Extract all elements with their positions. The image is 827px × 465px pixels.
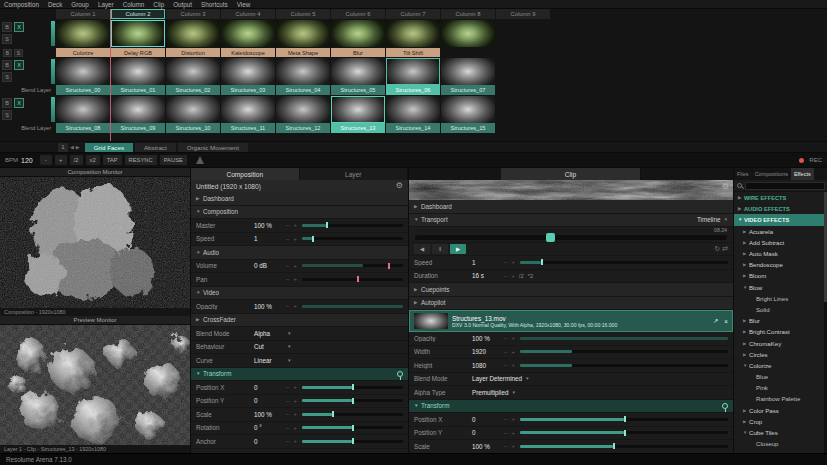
column-header[interactable]: Column 5 xyxy=(276,9,330,19)
clip-name-label[interactable]: Structures_02 xyxy=(166,85,220,95)
tab-composition[interactable]: Composition xyxy=(191,168,300,180)
param-decrement[interactable]: − xyxy=(504,430,507,436)
effect-item[interactable]: ▶Bloom xyxy=(734,270,827,281)
param-increment[interactable]: + xyxy=(293,303,296,309)
tap-button[interactable]: TAP xyxy=(103,155,122,165)
metronome-icon[interactable] xyxy=(196,156,204,164)
clip-scale-slider[interactable] xyxy=(520,445,728,448)
param-increment[interactable]: + xyxy=(293,384,296,390)
effect-item[interactable]: ▶Auto Mask xyxy=(734,248,827,259)
clip-thumbnail[interactable] xyxy=(441,20,495,47)
layer-bypass-button[interactable]: B xyxy=(3,49,12,57)
clip-thumbnail[interactable] xyxy=(56,96,110,123)
param-decrement[interactable]: − xyxy=(286,236,289,242)
menu-clip[interactable]: Clip xyxy=(153,1,164,8)
clip-thumbnail[interactable] xyxy=(331,58,385,85)
layer-bypass-button[interactable]: B xyxy=(2,60,12,70)
menu-shortcuts[interactable]: Shortcuts xyxy=(201,1,228,8)
effect-clip[interactable]: Distortion xyxy=(166,48,220,57)
clip-thumbnail[interactable] xyxy=(331,20,385,47)
column-header[interactable]: Column 8 xyxy=(441,9,495,19)
layer-clear-button[interactable]: X xyxy=(14,98,24,108)
param-value[interactable]: 0 xyxy=(472,416,502,423)
param-increment[interactable]: + xyxy=(293,398,296,404)
play-backwards-button[interactable]: ◀ xyxy=(414,244,430,254)
clip-name-label-selected[interactable]: Structures_13 xyxy=(331,123,385,133)
param-value[interactable]: 100 % xyxy=(472,443,502,450)
clip-thumbnail[interactable] xyxy=(386,96,440,123)
param-value[interactable]: 1 xyxy=(254,235,284,242)
clip-position-y-slider[interactable] xyxy=(520,431,728,434)
clip-name-label[interactable]: Structures_07 xyxy=(441,85,495,95)
duration-half-button[interactable]: /2 xyxy=(519,273,524,279)
clip-position-x-slider[interactable] xyxy=(520,418,728,421)
effect-clip[interactable]: Colorize xyxy=(56,48,110,57)
section-transform[interactable]: ▼Transform xyxy=(409,400,733,414)
effect-preset[interactable]: Closeup xyxy=(734,438,827,449)
timeline-track[interactable] xyxy=(415,235,727,240)
effect-clip[interactable]: Delay RGB xyxy=(111,48,165,57)
column-header[interactable]: Column 3 xyxy=(166,9,220,19)
clip-name-label[interactable]: Structures_10 xyxy=(166,123,220,133)
menu-layer[interactable]: Layer xyxy=(98,1,114,8)
clip-thumbnail[interactable] xyxy=(221,20,275,47)
bpm-div2-button[interactable]: /2 xyxy=(70,155,83,165)
param-decrement[interactable]: − xyxy=(504,443,507,449)
tab-files[interactable]: Files xyxy=(734,168,752,180)
param-value[interactable]: 1080 xyxy=(472,362,502,369)
param-increment[interactable]: + xyxy=(293,438,296,444)
curve-dropdown[interactable]: Linear xyxy=(254,357,284,364)
search-input[interactable] xyxy=(745,182,825,190)
gear-icon[interactable]: ⚙ xyxy=(722,183,729,191)
bpm-value[interactable]: 120 xyxy=(21,157,33,164)
column-header[interactable]: Column 4 xyxy=(221,9,275,19)
section-video[interactable]: ▼Video xyxy=(191,287,408,301)
tab-effects[interactable]: Effects xyxy=(791,168,814,180)
effect-item[interactable]: ▶Blur xyxy=(734,315,827,326)
deck-next-icon[interactable]: ▶ xyxy=(76,144,80,150)
position-x-slider[interactable] xyxy=(302,386,403,389)
pan-slider[interactable] xyxy=(302,278,403,281)
param-value[interactable]: 16 s xyxy=(472,272,502,279)
layer-opacity-fader[interactable] xyxy=(51,59,55,84)
clip-thumbnail[interactable] xyxy=(111,96,165,123)
position-y-slider[interactable] xyxy=(302,399,403,402)
clip-thumbnail[interactable] xyxy=(221,58,275,85)
pause-button[interactable]: PAUSE xyxy=(160,155,187,165)
effect-clip[interactable]: Kaleidoscope xyxy=(221,48,275,57)
param-increment[interactable]: + xyxy=(511,416,514,422)
section-crossfader[interactable]: ▶CrossFader xyxy=(191,314,408,328)
param-value[interactable]: 0 xyxy=(254,438,284,445)
duration-double-button[interactable]: *2 xyxy=(528,273,533,279)
param-decrement[interactable]: − xyxy=(504,349,507,355)
param-decrement[interactable]: − xyxy=(286,263,289,269)
clip-file-row[interactable]: Structures_13.mov DXV 3.0 Normal Quality… xyxy=(409,310,733,332)
pin-icon[interactable] xyxy=(397,371,403,377)
deck-tab-grid-faces[interactable]: Grid Faces xyxy=(85,143,133,152)
gear-icon[interactable]: ⚙ xyxy=(396,182,403,190)
clip-thumbnail[interactable] xyxy=(56,58,110,85)
param-value[interactable]: 0 xyxy=(254,384,284,391)
clip-thumbnail[interactable] xyxy=(166,96,220,123)
effect-item[interactable]: ▶Crop xyxy=(734,416,827,427)
clip-thumbnail[interactable] xyxy=(111,58,165,85)
bpm-minus-button[interactable]: - xyxy=(40,155,52,165)
clip-name-label[interactable]: Structures_05 xyxy=(331,85,385,95)
close-icon[interactable]: × xyxy=(724,318,728,325)
height-slider[interactable] xyxy=(520,364,728,367)
section-dashboard[interactable]: ▶Dashboard xyxy=(191,192,408,206)
param-decrement[interactable]: − xyxy=(286,425,289,431)
layer-opacity-fader[interactable] xyxy=(51,21,55,46)
clip-thumbnail-selected[interactable] xyxy=(331,96,385,123)
clip-thumbnail[interactable] xyxy=(276,96,330,123)
param-increment[interactable]: + xyxy=(293,276,296,282)
effect-preset[interactable]: Pink xyxy=(734,382,827,393)
effect-item[interactable]: ▶Acuarela xyxy=(734,226,827,237)
clip-name-label[interactable]: Structures_14 xyxy=(386,123,440,133)
blend-mode-dropdown[interactable]: Layer Determined xyxy=(472,375,522,382)
layer-bypass-button[interactable]: B xyxy=(2,22,12,32)
effect-item-expanded[interactable]: ▼Cube Tiles xyxy=(734,427,827,438)
layer-bypass-button[interactable]: B xyxy=(2,98,12,108)
param-decrement[interactable]: − xyxy=(286,303,289,309)
effect-preset[interactable]: Blue xyxy=(734,371,827,382)
